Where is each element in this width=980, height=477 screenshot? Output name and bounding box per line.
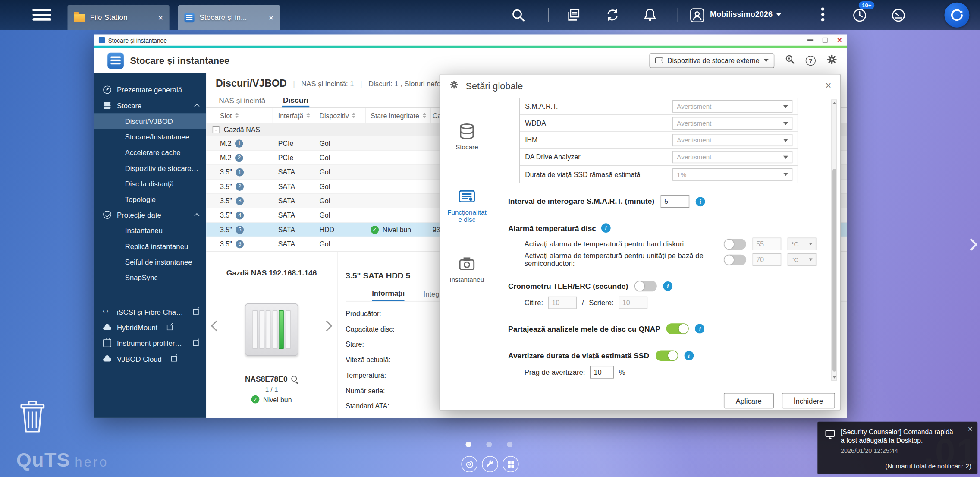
user-avatar-icon[interactable] [689, 7, 705, 25]
utilities-shortcut-icon[interactable] [482, 456, 498, 472]
close-icon[interactable] [968, 424, 973, 433]
sidebar-item-external-storage[interactable]: Dispozitiv de stocare exte... [94, 160, 206, 176]
sync-icon[interactable] [605, 7, 620, 25]
hdd-temp-toggle[interactable] [724, 239, 746, 250]
drive-bay[interactable] [266, 310, 271, 349]
sidebar-item-snapshot-replica[interactable]: Replică instantaneu [94, 238, 206, 254]
rail-item-disk-health[interactable]: Funcționalitate disc [440, 187, 494, 223]
da-analyzer-dropdown[interactable]: Avertisment [672, 151, 792, 163]
drive-bay-occupied[interactable] [279, 310, 284, 349]
sidebar-item-disks-vjbod[interactable]: Discuri/VJBOD [94, 113, 206, 129]
background-tasks-icon[interactable] [566, 7, 581, 25]
info-icon[interactable] [695, 324, 705, 334]
sidebar-item-snapsync[interactable]: SnapSync [94, 270, 206, 285]
apply-button[interactable]: Aplicare [724, 393, 773, 408]
sort-icon[interactable] [307, 113, 311, 118]
close-icon[interactable] [837, 37, 842, 43]
page-dot-3[interactable] [507, 442, 512, 447]
next-enclosure-icon[interactable] [322, 321, 333, 332]
tab-storage-snapshots[interactable]: Stocare și in... [178, 5, 280, 30]
tler-toggle[interactable] [634, 281, 657, 292]
ssd-temp-toggle[interactable] [724, 254, 746, 265]
sidebar-item-hybridmount[interactable]: HybridMount [94, 319, 206, 335]
sort-icon[interactable] [422, 113, 426, 118]
tab-nas-enclosure[interactable]: NAS și incintă [217, 94, 267, 107]
sidebar-item-resource-profiler[interactable]: Instrument profiler rez... [94, 335, 206, 351]
gear-icon[interactable] [826, 53, 838, 68]
close-button[interactable]: Închidere [782, 393, 835, 408]
threshold-input[interactable] [590, 366, 614, 379]
more-menu-icon[interactable] [821, 7, 825, 23]
smart-action-dropdown[interactable]: Avertisment [672, 100, 792, 113]
nas-front-image[interactable] [245, 303, 298, 356]
ssd-temp-unit-dropdown[interactable]: °C [788, 253, 817, 266]
main-menu-icon[interactable] [32, 9, 51, 23]
recycle-shortcut-icon[interactable] [461, 456, 477, 472]
external-storage-button[interactable]: Dispozitive de stocare externe [649, 53, 774, 68]
close-icon[interactable] [269, 13, 274, 22]
sidebar-item-vjbod-cloud[interactable]: VJBOD Cloud [94, 351, 206, 366]
search-icon[interactable] [511, 7, 526, 25]
hdd-temp-input[interactable] [753, 238, 782, 250]
info-icon[interactable] [684, 351, 694, 360]
tab-information[interactable]: Informații [372, 287, 405, 301]
page-dot-1[interactable] [466, 442, 471, 447]
sidebar-item-remote-disk[interactable]: Disc la distanță [94, 176, 206, 191]
sidebar-section-storage[interactable]: Stocare [94, 98, 206, 113]
write-input[interactable] [619, 297, 647, 309]
tab-label: File Station [90, 13, 153, 22]
col-health: Stare integritate [371, 112, 419, 119]
close-icon[interactable] [158, 13, 163, 22]
sort-icon[interactable] [235, 113, 239, 118]
tab-disks[interactable]: Discuri [282, 94, 310, 107]
sidebar-item-topology[interactable]: Topologie [94, 191, 206, 207]
help-icon[interactable] [806, 55, 816, 65]
ssd-temp-input[interactable] [753, 253, 782, 266]
share-analytics-toggle[interactable] [666, 323, 689, 334]
page-dot-2[interactable] [486, 442, 492, 447]
zoom-icon[interactable] [291, 375, 298, 382]
dialog-scrollbar[interactable] [831, 99, 837, 381]
read-input[interactable] [548, 297, 577, 309]
sidebar-item-overview[interactable]: Prezentare generală [94, 82, 206, 98]
ssd-life-warning-toggle[interactable] [656, 350, 678, 361]
ssd-life-dropdown[interactable]: 1% [672, 168, 792, 180]
sort-icon[interactable] [352, 113, 356, 118]
sidebar-item-snapshot[interactable]: Instantaneu [94, 223, 206, 238]
rail-item-storage[interactable]: Stocare [440, 122, 494, 151]
rail-item-snapshot[interactable]: Instantaneu [440, 255, 494, 284]
drive-bay[interactable] [259, 310, 264, 349]
tab-file-station[interactable]: File Station [67, 5, 169, 30]
drive-bay[interactable] [272, 310, 277, 349]
previous-enclosure-icon[interactable] [211, 321, 222, 332]
window-titlebar[interactable]: Stocare și instantanee [94, 35, 847, 46]
sidebar-item-storage-snapshots[interactable]: Stocare/Instantanee [94, 129, 206, 144]
info-icon[interactable] [601, 223, 611, 233]
close-icon[interactable] [826, 81, 832, 90]
qnap-cloud-icon[interactable] [944, 3, 969, 28]
user-menu[interactable]: Mobilissimo2026 [710, 10, 781, 19]
sidebar-item-snapshot-vault[interactable]: Seiful de instantanee [94, 254, 206, 269]
minimize-icon[interactable] [808, 39, 814, 41]
scrollbar-thumb[interactable] [832, 169, 836, 371]
diagnostic-icon[interactable] [784, 54, 795, 67]
hdd-temp-unit-dropdown[interactable]: °C [788, 238, 817, 250]
sidebar-item-iscsi-fibre[interactable]: iSCSI și Fibre Channel [94, 304, 206, 319]
notifications-icon[interactable] [643, 7, 658, 25]
notification-toast[interactable]: [Security Counselor] Comanda rapidă a fo… [817, 422, 977, 474]
drive-bay[interactable] [253, 310, 258, 349]
ihm-action-dropdown[interactable]: Avertisment [672, 134, 792, 146]
app-grid-shortcut-icon[interactable] [503, 456, 519, 472]
sidebar-item-cache-acceleration[interactable]: Accelerare cache [94, 145, 206, 160]
resource-monitor-icon[interactable] [891, 7, 906, 25]
info-icon[interactable] [663, 281, 672, 291]
info-icon[interactable] [696, 197, 705, 206]
wdda-action-dropdown[interactable]: Avertisment [672, 117, 792, 130]
clock-icon[interactable] [852, 7, 867, 25]
collapse-icon[interactable] [213, 126, 220, 133]
trash-icon[interactable] [18, 398, 48, 437]
drive-bay[interactable] [286, 310, 291, 349]
maximize-icon[interactable] [823, 38, 828, 43]
interval-input[interactable] [661, 195, 690, 208]
sidebar-section-data-protection[interactable]: Protecție date [94, 207, 206, 223]
